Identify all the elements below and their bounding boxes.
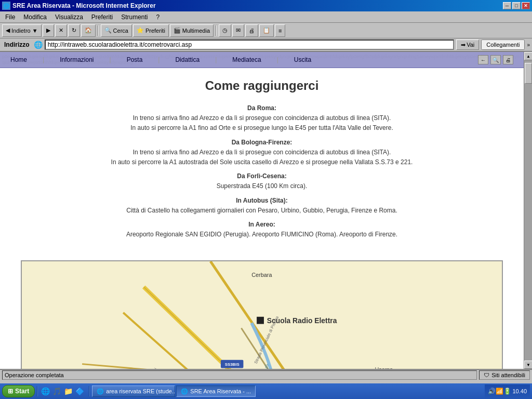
- ql-folder-icon[interactable]: 📁: [63, 386, 73, 396]
- address-label: Indirizzo: [2, 41, 32, 48]
- go-arrow-icon: ➡: [461, 42, 466, 48]
- print-button[interactable]: 🖨: [245, 24, 258, 37]
- taskbar-clock: 10.40: [512, 388, 527, 394]
- nav-print-button[interactable]: 🖨: [503, 55, 513, 64]
- taskbar-btn1-label: area riservata SRE (stude...: [106, 388, 175, 394]
- window-title: SRE Area Riservata - Microsoft Internet …: [12, 2, 156, 9]
- status-bar: Operazione completata 🛡 Siti attendibili: [0, 369, 532, 380]
- minimize-button[interactable]: ─: [503, 2, 511, 9]
- menu-bar: File Modifica Visualizza Preferiti Strum…: [0, 11, 532, 23]
- taskbar-btn-1[interactable]: 🌐 area riservata SRE (stude...: [92, 385, 175, 397]
- stop-button[interactable]: ✕: [55, 24, 67, 37]
- ss3bis-label: SS3BIS: [225, 362, 240, 367]
- title-bar: 🌐 SRE Area Riservata - Microsoft Interne…: [0, 0, 532, 11]
- page-content: Come raggiungerci Da Roma: In treno si a…: [0, 68, 524, 250]
- cerbara-label: Cerbara: [251, 272, 272, 278]
- menu-strumenti[interactable]: Strumenti: [118, 12, 151, 22]
- browser-content: p0e9gflb2pfjdujeksyfdujeksydynqiuhng1ame…: [0, 52, 524, 369]
- go-button[interactable]: ➡ Vai: [456, 39, 479, 50]
- nav-home[interactable]: Home: [10, 56, 27, 63]
- map-container: Tevere SS3BIS E45 SP101 SS221 SS267 Ce: [21, 260, 503, 369]
- toolbar: ◀ Indietro ▼ ▶ ✕ ↻ 🏠 🔍 Cerca ⭐ Preferiti…: [0, 23, 532, 38]
- userna-label: Userna: [375, 367, 393, 369]
- text-autobus: Città di Castello ha collegamenti giorna…: [126, 207, 397, 214]
- star-icon: ⭐: [137, 27, 144, 34]
- taskbar-sep2: [89, 386, 90, 396]
- toolbar-sep-1: [98, 25, 99, 36]
- favorites-button[interactable]: ⭐ Preferiti: [133, 24, 169, 37]
- nav-back-button[interactable]: ←: [478, 55, 488, 64]
- status-text: Operazione completata: [2, 370, 477, 380]
- refresh-button[interactable]: ↻: [68, 24, 80, 37]
- site-nav: Home | Informazioni | Posta | Didattica …: [0, 52, 524, 68]
- address-bar: Indirizzo 🌐 ➡ Vai Collegamenti »: [0, 38, 532, 52]
- links-button[interactable]: Collegamenti: [481, 39, 525, 50]
- links-arrow-icon: »: [527, 42, 530, 48]
- windows-icon: ⊞: [8, 388, 13, 395]
- window-icon: 🌐: [2, 2, 10, 10]
- ql-extra-icon[interactable]: 🔷: [74, 386, 85, 396]
- scroll-thumb: [525, 63, 532, 84]
- heading-roma: Da Roma:: [247, 104, 276, 112]
- close-button[interactable]: ✕: [522, 2, 530, 9]
- page-body: Da Roma: In treno si arriva fino ad Arez…: [21, 103, 503, 240]
- text-bologna-1: In treno si arriva fino ad Arezzo e da l…: [133, 149, 391, 156]
- taskbar-btn2-label: SRE Area Riservata - ...: [190, 388, 251, 394]
- taskbar: ⊞ Start 🌐 🎵 📁 🔷 🌐 area riservata SRE (st…: [0, 383, 532, 399]
- ql-media-icon[interactable]: 🎵: [51, 386, 62, 396]
- scroll-track[interactable]: [524, 60, 532, 361]
- text-roma-1: In treno si arriva fino ad Arezzo e da l…: [133, 114, 391, 122]
- taskbar-sep: [37, 386, 38, 396]
- more-button[interactable]: ≡: [275, 24, 285, 37]
- menu-file[interactable]: File: [2, 12, 18, 22]
- menu-visualizza[interactable]: Visualizza: [52, 12, 86, 22]
- back-dropdown-icon: ▼: [32, 28, 38, 34]
- nav-posta[interactable]: Posta: [127, 56, 143, 63]
- heading-autobus: In Autobus (Sita):: [236, 197, 288, 204]
- nav-didattica[interactable]: Didattica: [175, 56, 200, 63]
- multimedia-button[interactable]: 🎬 Multimedia: [170, 24, 214, 37]
- text-roma-2: In auto si percorre la A1 fino ad Orte e…: [130, 124, 393, 131]
- maximize-button[interactable]: □: [512, 2, 521, 9]
- zone-panel: 🛡 Siti attendibili: [479, 370, 530, 380]
- menu-help[interactable]: ?: [153, 12, 163, 22]
- taskbar-btn2-icon: 🌐: [181, 388, 188, 395]
- menu-preferiti[interactable]: Preferiti: [88, 12, 116, 22]
- scroll-down-button[interactable]: ▼: [524, 361, 532, 369]
- heading-bologna: Da Bologna-Firenze:: [232, 139, 292, 146]
- heading-forli: Da Forlì-Cesena:: [237, 172, 286, 180]
- page-title: Come raggiungerci: [21, 78, 503, 93]
- nav-uscita[interactable]: Uscita: [294, 56, 311, 63]
- text-forli: Superstrada E45 (100 Km circa).: [217, 182, 308, 190]
- sys-tray-icons: 🔊📶🔋: [488, 388, 511, 395]
- discuss-button[interactable]: 📋: [259, 24, 274, 37]
- back-icon: ◀: [6, 27, 10, 34]
- menu-modifica[interactable]: Modifica: [20, 12, 50, 22]
- mail-button[interactable]: ✉: [232, 24, 244, 37]
- status-right: 🛡 Siti attendibili: [479, 370, 530, 380]
- nav-icons: ← 🔍 🖨: [478, 55, 513, 64]
- nav-informazioni[interactable]: Informazioni: [60, 56, 94, 63]
- taskbar-btn-2[interactable]: 🌐 SRE Area Riservata - ...: [176, 385, 256, 397]
- address-input[interactable]: [45, 39, 454, 50]
- nav-links: Home | Informazioni | Posta | Didattica …: [10, 56, 311, 63]
- address-icon: 🌐: [34, 41, 43, 49]
- taskbar-right: 🔊📶🔋 10.40: [485, 384, 530, 398]
- forward-button[interactable]: ▶: [43, 24, 54, 37]
- history-button[interactable]: ◷: [219, 24, 231, 37]
- nav-mediateca[interactable]: Mediateca: [232, 56, 261, 63]
- search-button[interactable]: 🔍 Cerca: [101, 24, 132, 37]
- start-button[interactable]: ⊞ Start: [2, 385, 35, 397]
- scroll-up-button[interactable]: ▲: [524, 52, 532, 60]
- back-button[interactable]: ◀ Indietro ▼: [2, 24, 42, 37]
- taskbar-btn1-icon: 🌐: [97, 388, 104, 395]
- nav-search-button[interactable]: 🔍: [490, 55, 501, 64]
- home-button[interactable]: 🏠: [81, 24, 96, 37]
- shield-icon: 🛡: [484, 372, 489, 378]
- school-marker: [257, 317, 264, 324]
- heading-aereo: In Aereo:: [248, 221, 275, 228]
- map-svg: Tevere SS3BIS E45 SP101 SS221 SS267 Ce: [22, 261, 502, 369]
- ql-ie-icon[interactable]: 🌐: [40, 386, 50, 396]
- text-aereo: Areoporto Regionale SAN EGIDIO (Perugia)…: [126, 231, 397, 238]
- scrollbar: ▲ ▼: [524, 52, 532, 369]
